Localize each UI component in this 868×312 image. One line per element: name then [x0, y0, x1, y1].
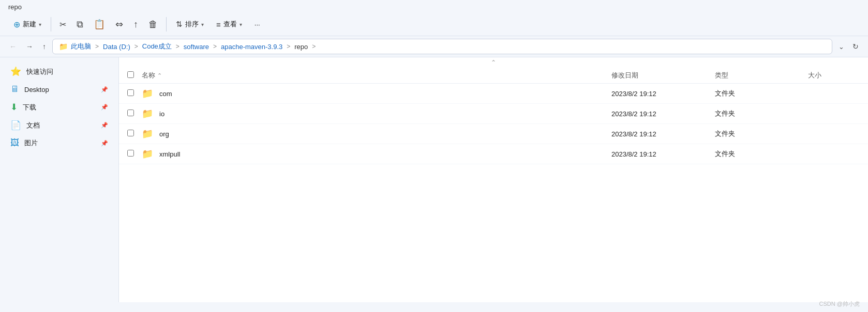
- col-name-sort-icon: ⌃: [157, 72, 162, 79]
- table-row[interactable]: 📁 xmlpull 2023/8/2 19:12 文件夹: [119, 144, 868, 164]
- col-size-label: 大小: [808, 71, 821, 79]
- sidebar-icon-3: 📄: [10, 120, 21, 131]
- view-chevron-icon: ▾: [240, 22, 242, 27]
- row-type-0: 文件夹: [715, 89, 808, 98]
- new-button[interactable]: ⊕ 新建 ▾: [8, 17, 47, 32]
- sidebar-icon-0: ⭐: [10, 66, 21, 77]
- col-date-label: 修改日期: [611, 71, 638, 79]
- new-icon: ⊕: [13, 20, 20, 29]
- copy-button[interactable]: ⧉: [72, 17, 87, 33]
- sort-icon: ⇅: [176, 20, 183, 29]
- cut-icon: ✂: [59, 20, 66, 29]
- crumb-sep-5: >: [312, 43, 316, 50]
- addr-dropdown-button[interactable]: ⌄: [835, 41, 847, 53]
- crumb-sep-2: >: [176, 43, 179, 50]
- col-name-header[interactable]: 名称 ⌃: [142, 71, 611, 80]
- share-icon: ↑: [133, 19, 138, 30]
- new-label: 新建: [23, 20, 36, 29]
- row-date-3: 2023/8/2 19:12: [611, 150, 715, 158]
- rename-button[interactable]: ⇔: [111, 16, 127, 33]
- crumb-2[interactable]: Code成立: [142, 42, 172, 51]
- crumb-0[interactable]: 此电脑: [71, 42, 91, 51]
- folder-icon-2: 📁: [142, 128, 153, 139]
- col-size-header[interactable]: 大小: [808, 71, 860, 80]
- row-check-1[interactable]: [127, 110, 142, 118]
- crumb-sep-3: >: [213, 43, 217, 50]
- sidebar-item-3[interactable]: 📄文档📌: [2, 116, 116, 134]
- toolbar: ⊕ 新建 ▾ ✂ ⧉ 📋 ⇔ ↑ 🗑 ⇅ 排序 ▾ ≡ 查看 ▾ ···: [0, 13, 868, 36]
- row-checkbox-2[interactable]: [127, 130, 134, 136]
- collapse-row[interactable]: ⌃: [119, 57, 868, 68]
- select-all-checkbox[interactable]: [127, 71, 134, 78]
- paste-button[interactable]: 📋: [89, 16, 109, 33]
- sidebar-icon-1: 🖥: [10, 84, 19, 95]
- sidebar-pin-1: 📌: [101, 86, 108, 93]
- title-bar: repo: [0, 0, 868, 13]
- file-list-header: 名称 ⌃ 修改日期 类型 大小: [119, 68, 868, 84]
- addressbar[interactable]: 📁 此电脑 > Data (D:) > Code成立 > software > …: [52, 39, 832, 54]
- more-label: ···: [255, 21, 260, 28]
- addr-right: ⌄ ↻: [835, 40, 862, 53]
- sidebar-item-4[interactable]: 🖼图片📌: [2, 134, 116, 152]
- sidebar-item-1[interactable]: 🖥Desktop📌: [2, 81, 116, 98]
- sidebar-icon-4: 🖼: [10, 138, 19, 148]
- crumb-3[interactable]: software: [184, 43, 209, 51]
- row-date-1: 2023/8/2 19:12: [611, 110, 715, 118]
- addressbar-folder-icon: 📁: [59, 42, 68, 51]
- main-layout: ⭐快速访问🖥Desktop📌⬇下载📌📄文档📌🖼图片📌 ⌃ 名称 ⌃ 修改日期 类…: [0, 57, 868, 302]
- col-check-header[interactable]: [127, 71, 142, 80]
- table-row[interactable]: 📁 com 2023/8/2 19:12 文件夹: [119, 84, 868, 104]
- back-button[interactable]: ←: [6, 40, 20, 53]
- folder-icon-3: 📁: [142, 148, 153, 160]
- addr-refresh-button[interactable]: ↻: [849, 40, 862, 53]
- sort-button[interactable]: ⇅ 排序 ▾: [171, 17, 209, 32]
- row-filename-2: org: [159, 130, 611, 138]
- sort-label: 排序: [185, 20, 199, 29]
- row-check-2[interactable]: [127, 130, 142, 138]
- up-button[interactable]: ↑: [39, 40, 49, 53]
- file-list: ⌃ 名称 ⌃ 修改日期 类型 大小 📁: [119, 57, 868, 302]
- row-checkbox-3[interactable]: [127, 150, 134, 157]
- folder-icon-1: 📁: [142, 108, 153, 119]
- row-checkbox-0[interactable]: [127, 89, 134, 96]
- crumb-1[interactable]: Data (D:): [103, 43, 130, 51]
- cut-button[interactable]: ✂: [55, 17, 70, 32]
- forward-button[interactable]: →: [23, 40, 36, 53]
- sidebar-pin-4: 📌: [101, 140, 108, 147]
- crumb-4[interactable]: apache-maven-3.9.3: [221, 43, 282, 51]
- row-name-0: 📁 com: [142, 88, 611, 99]
- paste-icon: 📋: [94, 19, 105, 30]
- table-row[interactable]: 📁 org 2023/8/2 19:12 文件夹: [119, 124, 868, 144]
- table-row[interactable]: 📁 io 2023/8/2 19:12 文件夹: [119, 104, 868, 124]
- row-checkbox-1[interactable]: [127, 110, 134, 116]
- sidebar-label-4: 图片: [24, 138, 96, 148]
- sidebar-item-0[interactable]: ⭐快速访问: [2, 63, 116, 81]
- crumb-sep-4: >: [287, 43, 290, 50]
- col-date-header[interactable]: 修改日期: [611, 71, 715, 80]
- sidebar-item-2[interactable]: ⬇下载📌: [2, 98, 116, 116]
- row-type-3: 文件夹: [715, 149, 808, 159]
- more-button[interactable]: ···: [249, 18, 265, 31]
- col-type-label: 类型: [715, 71, 728, 79]
- row-filename-1: io: [159, 110, 611, 118]
- crumb-sep-1: >: [134, 43, 138, 50]
- share-button[interactable]: ↑: [129, 17, 142, 33]
- sort-chevron-icon: ▾: [201, 22, 204, 27]
- copy-icon: ⧉: [77, 19, 83, 30]
- row-check-0[interactable]: [127, 89, 142, 98]
- watermark-text: CSDN @帅小虎: [819, 301, 860, 307]
- delete-button[interactable]: 🗑: [144, 17, 162, 33]
- col-name-label: 名称: [142, 71, 155, 80]
- addressbar-row: ← → ↑ 📁 此电脑 > Data (D:) > Code成立 > softw…: [0, 36, 868, 57]
- collapse-arrow-icon: ⌃: [491, 59, 496, 66]
- delete-icon: 🗑: [148, 19, 158, 30]
- sidebar-pin-3: 📌: [101, 122, 108, 129]
- row-date-0: 2023/8/2 19:12: [611, 90, 715, 98]
- row-name-2: 📁 org: [142, 128, 611, 139]
- view-button[interactable]: ≡ 查看 ▾: [211, 17, 247, 32]
- separator-2: [166, 17, 167, 32]
- separator-1: [51, 17, 51, 32]
- rename-icon: ⇔: [115, 19, 123, 30]
- col-type-header[interactable]: 类型: [715, 71, 808, 80]
- row-check-3[interactable]: [127, 150, 142, 158]
